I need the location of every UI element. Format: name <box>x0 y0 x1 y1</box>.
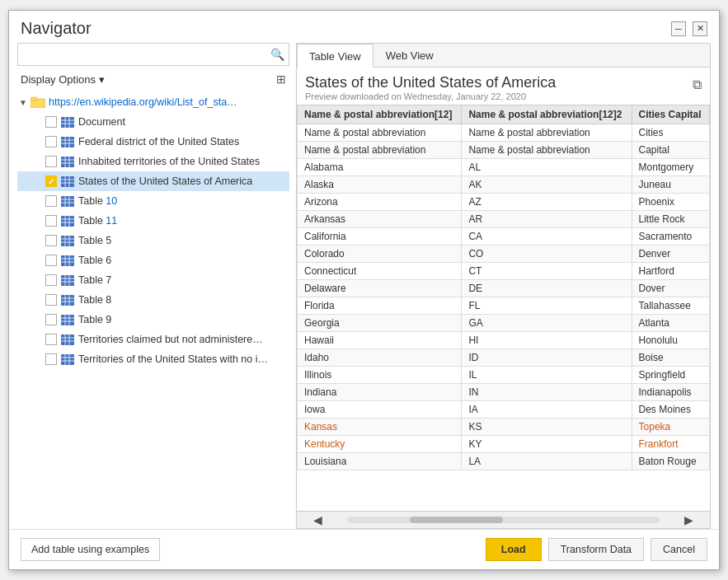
tree-item-table7[interactable]: Table 7 <box>17 270 289 290</box>
table-icon-table10 <box>60 195 75 207</box>
preview-icon-button[interactable]: ⧉ <box>693 77 702 92</box>
tree-item-territories-claimed[interactable]: Territories claimed but not administered… <box>17 330 289 349</box>
tree-item-federal[interactable]: Federal district of the United States <box>17 132 289 152</box>
table-cell: Indianapolis <box>632 384 709 401</box>
table-cell: GA <box>462 315 632 332</box>
checkbox-document[interactable] <box>45 116 57 128</box>
tree-item-label-table5: Table 5 <box>78 235 111 246</box>
checkbox-states[interactable] <box>45 175 57 187</box>
display-icon-button[interactable]: ⊞ <box>273 71 289 87</box>
load-button[interactable]: Load <box>486 538 542 561</box>
svg-rect-42 <box>61 275 74 286</box>
col-header-0: Name & postal abbreviation[12] <box>298 105 462 124</box>
svg-rect-47 <box>61 295 74 306</box>
tree-item-label-table8: Table 8 <box>78 294 111 306</box>
preview-title-area: States of the United States of America P… <box>305 74 556 101</box>
table-row: Name & postal abbreviationName & postal … <box>298 124 710 142</box>
search-button[interactable]: 🔍 <box>265 43 289 66</box>
table-icon-table5 <box>60 235 75 246</box>
tree-item-territories-no-inhab[interactable]: Territories of the United States with no… <box>17 349 289 369</box>
svg-rect-17 <box>61 176 74 187</box>
scroll-track[interactable] <box>347 517 660 523</box>
search-input[interactable] <box>18 49 265 61</box>
scroll-left-button[interactable]: ◀ <box>297 513 339 526</box>
tree-item-table9[interactable]: Table 9 <box>17 310 289 330</box>
checkbox-table5[interactable] <box>45 235 57 246</box>
display-options-bar: Display Options ▾ ⊞ <box>17 71 289 87</box>
table-icon-document <box>60 116 75 128</box>
checkbox-territories-claimed[interactable] <box>45 334 57 345</box>
table-cell: Baton Rouge <box>632 453 709 470</box>
table-cell: LA <box>462 453 632 470</box>
table-cell: Louisiana <box>298 453 462 470</box>
table-cell: HI <box>462 332 632 349</box>
window-controls: ─ ✕ <box>671 21 707 36</box>
tree-item-document[interactable]: Document <box>17 112 289 132</box>
table-cell: CO <box>462 246 632 263</box>
table-cell: Topeka <box>632 419 709 436</box>
table-cell: Little Rock <box>632 211 709 228</box>
tree-item-states[interactable]: States of the United States of America <box>17 171 289 191</box>
tree-item-label-table9: Table 9 <box>78 314 111 325</box>
table-cell: Connecticut <box>298 263 462 280</box>
svg-rect-37 <box>61 255 74 266</box>
checkbox-table7[interactable] <box>45 274 57 286</box>
table-row: AlaskaAKJuneau <box>298 176 710 194</box>
checkbox-table6[interactable] <box>45 255 57 266</box>
table-row: LouisianaLABaton Rouge <box>298 453 710 470</box>
minimize-button[interactable]: ─ <box>671 21 686 36</box>
content-area: 🔍 Display Options ▾ ⊞ ▼ <box>9 43 719 529</box>
svg-rect-1 <box>31 97 37 101</box>
data-table: Name & postal abbreviation[12] Name & po… <box>297 105 710 470</box>
table-cell: Dover <box>632 280 709 297</box>
table-icon-states <box>60 175 75 187</box>
table-cell: Tallahassee <box>632 297 709 315</box>
transform-data-button[interactable]: Transform Data <box>548 538 644 561</box>
add-table-button[interactable]: Add table using examples <box>21 538 160 561</box>
table-cell: FL <box>462 297 632 315</box>
checkbox-table9[interactable] <box>45 314 57 325</box>
table-icon-territories-no-inhab <box>60 353 75 365</box>
footer-buttons: Load Transform Data Cancel <box>486 538 707 561</box>
tree-item-table8[interactable]: Table 8 <box>17 290 289 310</box>
checkbox-inhabited[interactable] <box>45 156 57 167</box>
table-cell: Georgia <box>298 315 462 332</box>
table-cell: ID <box>462 349 632 367</box>
tree-item-inhabited[interactable]: Inhabited territories of the United Stat… <box>17 152 289 171</box>
table-cell: Name & postal abbreviation <box>298 142 462 159</box>
table-icon-table9 <box>60 314 75 325</box>
scroll-thumb[interactable] <box>410 517 504 523</box>
tab-web-view[interactable]: Web View <box>373 44 446 67</box>
table-cell: Honolulu <box>632 332 709 349</box>
table-wrapper[interactable]: Name & postal abbreviation[12] Name & po… <box>297 105 710 511</box>
table-icon-table11 <box>60 215 75 227</box>
table-icon-table6 <box>60 255 75 266</box>
horizontal-scroll-bar: ◀ ▶ <box>297 511 710 528</box>
tree-item-root[interactable]: ▼ https://en.wikipedia.org/wiki/List_of_… <box>17 92 289 112</box>
checkbox-table11[interactable] <box>45 215 57 227</box>
tree-item-table10[interactable]: Table 10 <box>17 191 289 211</box>
checkbox-territories-no-inhab[interactable] <box>45 353 57 365</box>
checkbox-table10[interactable] <box>45 195 57 207</box>
cancel-button[interactable]: Cancel <box>651 538 707 561</box>
navigator-dialog: Navigator ─ ✕ 🔍 Display Options ▾ ⊞ <box>8 10 720 570</box>
tree-item-table5[interactable]: Table 5 <box>17 231 289 250</box>
checkbox-table8[interactable] <box>45 294 57 306</box>
tab-table-view[interactable]: Table View <box>297 44 373 68</box>
table-cell: Name & postal abbreviation <box>462 124 632 142</box>
svg-rect-22 <box>61 196 74 207</box>
scroll-right-button[interactable]: ▶ <box>668 513 710 526</box>
table-row: IowaIADes Moines <box>298 401 710 419</box>
checkbox-federal[interactable] <box>45 136 57 147</box>
tree-item-table6[interactable]: Table 6 <box>17 250 289 270</box>
display-options-button[interactable]: Display Options ▾ <box>17 72 108 87</box>
tree-item-table11[interactable]: Table 11 <box>17 211 289 231</box>
tree-item-label-table7: Table 7 <box>78 274 111 286</box>
tabs-bar: Table View Web View <box>297 44 710 68</box>
table-cell: CT <box>462 263 632 280</box>
table-cell: AZ <box>462 194 632 211</box>
footer: Add table using examples Load Transform … <box>9 529 719 569</box>
svg-rect-32 <box>61 236 74 246</box>
table-icon-table8 <box>60 294 75 306</box>
close-button[interactable]: ✕ <box>693 21 707 36</box>
